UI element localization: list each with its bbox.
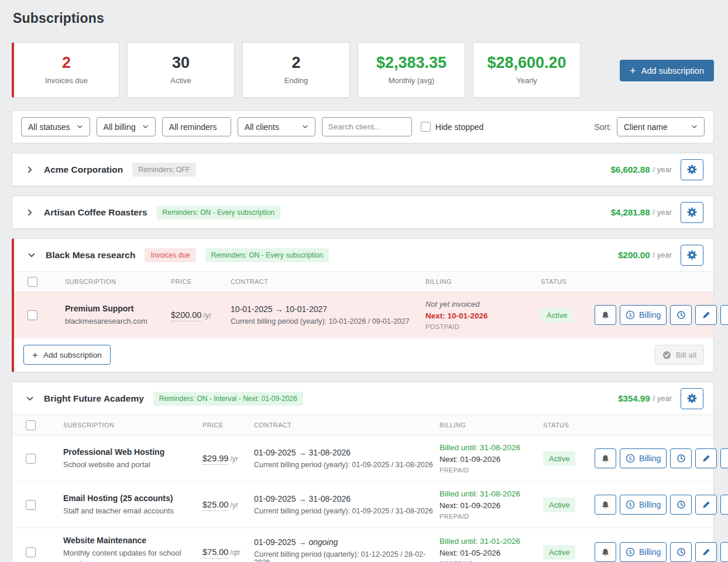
chevron-right-icon (26, 208, 34, 217)
bell-icon (601, 454, 610, 463)
client-header[interactable]: Artisan Coffee Roasters Reminders: ON - … (12, 196, 713, 228)
subscription-table-header: SUBSCRIPTION PRICE CONTRACT BILLING STAT… (12, 414, 713, 436)
subscription-subtitle: Monthly content updates for school event… (63, 548, 202, 562)
chevron-down-icon (142, 124, 149, 130)
sort-value: Client name (624, 122, 668, 132)
edit-button[interactable] (695, 542, 717, 562)
history-button[interactable] (670, 495, 692, 515)
cancel-subscription-button[interactable] (720, 495, 728, 515)
billing-button-label: Billing (639, 500, 661, 509)
check-circle-icon (662, 351, 671, 359)
gear-icon (687, 393, 697, 403)
bell-icon (601, 501, 610, 509)
cancel-subscription-button[interactable] (720, 448, 728, 468)
select-all-checkbox[interactable] (26, 420, 36, 430)
invoices-due-badge: Invoices due (145, 248, 195, 262)
row-checkbox[interactable] (26, 547, 36, 557)
contract-range: 01-09-2025 → 31-08-2026 (254, 494, 439, 503)
filter-bar: All statuses All billing All reminders A… (12, 110, 714, 143)
stat-card-active: 30 Active (127, 42, 235, 98)
reminders-filter-select[interactable]: All reminders (162, 117, 231, 136)
edit-button[interactable] (695, 305, 717, 325)
select-all-checkbox[interactable] (28, 277, 37, 287)
expand-button[interactable] (25, 207, 35, 218)
collapse-button[interactable] (26, 250, 37, 261)
billing-button[interactable]: $ Billing (620, 495, 667, 515)
collapse-button[interactable] (25, 393, 35, 404)
billing-button[interactable]: $ Billing (620, 542, 667, 562)
add-subscription-client-button[interactable]: + Add subscription (23, 345, 111, 365)
reminders-badge: Reminders: ON - Interval - Next: 01-09-2… (153, 392, 303, 406)
client-yearly-price: $354.99 (618, 393, 650, 403)
chevron-down-icon (26, 395, 34, 403)
history-icon (677, 310, 686, 320)
client-header[interactable]: Bright Future Academy Reminders: ON - In… (12, 382, 713, 414)
billing-type: PREPAID (439, 513, 543, 520)
stat-card-ending: 2 Ending (242, 42, 350, 98)
billing-button-label: Billing (639, 310, 661, 320)
client-settings-button[interactable] (681, 159, 703, 180)
client-header[interactable]: Black Mesa research Invoices due Reminde… (14, 239, 713, 271)
contract-range: 01-09-2025 → ongoing (254, 537, 439, 547)
cancel-subscription-button[interactable] (720, 305, 728, 325)
bell-icon (601, 548, 610, 557)
dollar-circle-icon: $ (626, 454, 635, 463)
billing-button-label: Billing (639, 547, 661, 557)
billing-button[interactable]: $ Billing (620, 305, 667, 325)
row-actions: $ Billing (595, 305, 728, 325)
client-name: Acme Corporation (44, 165, 123, 175)
contract-period: Current billing period (quarterly): 01-1… (254, 550, 439, 562)
sort-area: Sort: Client name (594, 117, 705, 136)
subscription-price: $25.00 (202, 500, 228, 511)
client-header-right: $6,602.88 / year (611, 159, 703, 180)
row-checkbox[interactable] (26, 454, 36, 464)
subscription-row-premium-support: Premium Support blackmesaresearch.com $2… (14, 292, 713, 338)
row-checkbox[interactable] (28, 310, 37, 320)
reminder-button[interactable] (595, 495, 616, 515)
history-button[interactable] (670, 448, 692, 468)
status-badge: Active (543, 451, 575, 466)
history-button[interactable] (670, 542, 692, 562)
row-checkbox[interactable] (26, 500, 36, 510)
reminder-button[interactable] (595, 448, 616, 468)
stat-label: Ending (284, 76, 308, 85)
reminder-button[interactable] (595, 542, 616, 562)
reminder-button[interactable] (595, 305, 616, 325)
billing-next: Next: 10-01-2026 (425, 311, 541, 320)
expand-button[interactable] (25, 165, 35, 175)
clients-filter-select[interactable]: All clients (238, 117, 315, 136)
billing-button-label: Billing (639, 454, 661, 463)
price-unit: /qtr (230, 549, 240, 557)
client-name: Bright Future Academy (44, 393, 144, 404)
add-subscription-button[interactable]: + Add subscription (620, 60, 714, 81)
stat-label: Active (170, 76, 191, 85)
status-badge: Active (543, 498, 575, 512)
client-settings-button[interactable] (681, 245, 703, 266)
row-actions: $ Billing (595, 542, 728, 562)
edit-button[interactable] (695, 495, 717, 515)
sort-select[interactable]: Client name (617, 117, 705, 136)
hide-stopped-checkbox[interactable] (421, 122, 431, 132)
search-client-input[interactable] (322, 117, 412, 136)
client-panel-bright-future-academy: Bright Future Academy Reminders: ON - In… (12, 382, 714, 562)
edit-button[interactable] (695, 448, 717, 468)
stat-value: 30 (172, 55, 190, 71)
billing-button[interactable]: $ Billing (620, 448, 667, 468)
client-settings-button[interactable] (681, 388, 703, 409)
cancel-subscription-button[interactable] (720, 542, 728, 562)
row-actions: $ Billing (595, 448, 728, 468)
price-unit: /yr (203, 311, 211, 320)
history-button[interactable] (670, 305, 692, 325)
hide-stopped-label: Hide stopped (435, 122, 484, 132)
hide-stopped-toggle[interactable]: Hide stopped (421, 122, 484, 132)
bill-all-button[interactable]: Bill all (655, 345, 704, 365)
client-yearly-price: $6,602.88 (611, 165, 650, 174)
billing-filter-select[interactable]: All billing (97, 117, 156, 136)
clients-filter-value: All clients (245, 122, 279, 132)
stat-value: 2 (62, 55, 71, 71)
status-filter-select[interactable]: All statuses (21, 117, 90, 136)
client-header[interactable]: Acme Corporation Reminders: OFF $6,602.8… (12, 153, 713, 186)
billing-note: Not yet invoiced (425, 300, 541, 309)
subscription-name: Website Maintenance (63, 536, 202, 545)
client-settings-button[interactable] (681, 202, 703, 223)
